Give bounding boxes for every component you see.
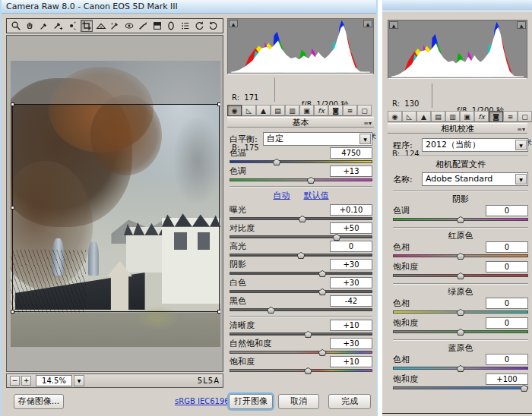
preferences-tool-icon[interactable] xyxy=(179,20,192,32)
zoom-out-button[interactable]: − xyxy=(10,376,20,386)
crop-handle-bottom-right[interactable] xyxy=(217,310,220,314)
hand-tool-icon[interactable] xyxy=(24,20,37,32)
tab-snapshots[interactable]: ▢ xyxy=(518,111,532,122)
shadow-clip-warning-icon[interactable]: ▲ xyxy=(229,20,238,27)
tab-presets[interactable]: ≡ xyxy=(343,105,357,116)
highlight-clip-warning-icon[interactable]: ▲ xyxy=(517,21,526,29)
crop-handle-top-right[interactable] xyxy=(217,102,220,106)
save-image-button[interactable]: 存储图像... xyxy=(14,394,64,409)
tab-camera-calibration[interactable]: ◙ xyxy=(489,111,503,122)
tab-basic[interactable]: ◉ xyxy=(227,105,242,116)
blue-hue-value[interactable]: 0 xyxy=(486,354,528,365)
blue-saturation-track[interactable] xyxy=(393,386,528,389)
profile-name-select[interactable]: Adobe Standard ▼ xyxy=(422,172,528,186)
tab-basic[interactable]: ◉ xyxy=(388,111,402,122)
highlights-value[interactable]: 0 xyxy=(330,241,372,252)
saturation-value[interactable]: +10 xyxy=(330,356,372,367)
blacks-track[interactable] xyxy=(230,308,372,311)
exposure-value[interactable]: +0.10 xyxy=(330,204,372,216)
zoom-level-dropdown-arrow[interactable]: ▼ xyxy=(74,375,84,386)
auto-link[interactable]: 自动 xyxy=(274,190,290,201)
green-saturation-value[interactable]: 0 xyxy=(486,317,528,329)
panel-menu-icon[interactable]: ≡▾ xyxy=(517,124,525,134)
crop-handle-mid-left[interactable] xyxy=(11,206,14,210)
tab-lens-corrections[interactable]: ▣ xyxy=(299,105,314,116)
red-saturation-value[interactable]: 0 xyxy=(486,261,528,273)
adjustment-brush-tool-icon[interactable] xyxy=(137,20,150,32)
photo-preview[interactable] xyxy=(11,61,220,347)
tab-effects: fx xyxy=(314,105,328,116)
tab-hsl[interactable]: ▤ xyxy=(431,111,445,122)
white-balance-select[interactable]: 自定 ▼ xyxy=(263,132,372,146)
tab-camera-calibration[interactable]: ◙ xyxy=(328,105,343,116)
zoom-tool-icon[interactable] xyxy=(10,20,23,32)
crop-handle-top-left[interactable] xyxy=(11,102,14,106)
color-profile-link[interactable]: sRGB IEC61966 xyxy=(175,397,234,405)
dropdown-arrow-icon: ▼ xyxy=(515,140,527,150)
whites-track[interactable] xyxy=(230,290,372,293)
temperature-value[interactable]: 4750 xyxy=(330,147,372,159)
open-image-button[interactable]: 打开图像 xyxy=(229,394,273,409)
shadows-track[interactable] xyxy=(230,272,372,275)
slider-highlights: 高光0 xyxy=(230,241,372,259)
cancel-button[interactable]: 取消 xyxy=(278,394,319,409)
clarity-track[interactable] xyxy=(230,332,372,336)
tab-detail[interactable]: ▲ xyxy=(256,105,271,116)
panel-menu-icon[interactable]: ≡▾ xyxy=(363,118,372,128)
spot-removal-tool-icon[interactable] xyxy=(109,20,122,32)
crop-rect[interactable] xyxy=(12,104,220,312)
right-window-titlebar[interactable] xyxy=(382,0,532,11)
clarity-value[interactable]: +10 xyxy=(330,320,372,331)
vibrance-value[interactable]: +30 xyxy=(330,338,372,349)
crop-handle-bottom-left[interactable] xyxy=(11,310,14,314)
tint-value[interactable]: +13 xyxy=(330,165,372,177)
tab-tone-curve[interactable]: ◺ xyxy=(242,105,256,116)
color-sampler-tool-icon[interactable] xyxy=(52,20,65,32)
rotate-right-icon[interactable] xyxy=(207,20,220,32)
tab-presets[interactable]: ≡ xyxy=(503,111,518,122)
straighten-tool-icon[interactable] xyxy=(94,20,107,32)
red-eye-tool-icon[interactable] xyxy=(122,20,135,32)
tab-tone-curve[interactable]: ◺ xyxy=(402,111,416,122)
tab-split-toning[interactable]: ▥ xyxy=(445,111,460,122)
zoom-level-value[interactable]: 14.5% xyxy=(36,375,72,386)
slider-exposure: 曝光+0.10 xyxy=(230,204,372,222)
rotate-left-icon[interactable] xyxy=(193,20,206,32)
green-hue-value[interactable]: 0 xyxy=(486,298,528,309)
targeted-adjustment-tool-icon[interactable] xyxy=(66,20,79,32)
tab-hsl[interactable]: ▤ xyxy=(271,105,285,116)
whites-value[interactable]: +30 xyxy=(330,277,372,288)
tint-track[interactable] xyxy=(230,178,372,181)
contrast-value[interactable]: +50 xyxy=(330,222,372,234)
exif-readout-right: R: 130 G: 129 B: 124 f/8 1/200 秒 ISO 100… xyxy=(388,82,527,109)
done-button[interactable]: 完成 xyxy=(328,394,371,409)
status-bar: − + 14.5% ▼ 5L5A xyxy=(6,373,223,388)
saturation-track[interactable] xyxy=(230,369,372,372)
crop-tool-icon[interactable] xyxy=(81,20,93,32)
tab-detail[interactable]: ▲ xyxy=(416,111,431,122)
graduated-filter-tool-icon[interactable] xyxy=(150,20,163,32)
temperature-track[interactable] xyxy=(230,160,372,163)
radial-filter-tool-icon[interactable] xyxy=(165,20,178,32)
zoom-in-button[interactable]: + xyxy=(21,376,31,386)
vibrance-track[interactable] xyxy=(230,351,372,354)
tab-split-toning[interactable]: ▥ xyxy=(285,105,299,116)
slider-blue-saturation: 饱和度+100 xyxy=(393,373,528,393)
image-preview-canvas[interactable] xyxy=(6,35,223,372)
white-balance-tool-icon[interactable] xyxy=(38,20,51,32)
cal-shadow-tint-value[interactable]: 0 xyxy=(486,205,528,216)
red-hue-value[interactable]: 0 xyxy=(486,241,528,253)
blue-saturation-value[interactable]: +100 xyxy=(486,373,528,385)
contrast-track[interactable] xyxy=(230,235,372,238)
panel-title: 基本 xyxy=(293,118,309,128)
shadows-value[interactable]: +30 xyxy=(330,259,372,270)
white-balance-row: 白平衡: 自定 ▼ xyxy=(230,131,372,147)
tab-snapshots[interactable]: ▢ xyxy=(357,105,372,116)
shadow-clip-warning-icon[interactable]: ▲ xyxy=(389,21,398,29)
process-select[interactable]: 2012（当前） ▼ xyxy=(422,138,528,152)
default-link[interactable]: 默认值 xyxy=(304,190,329,201)
tab-lens-corrections[interactable]: ▣ xyxy=(460,111,474,122)
blacks-value[interactable]: -42 xyxy=(330,295,372,307)
highlight-clip-warning-icon[interactable]: ▲ xyxy=(363,20,372,27)
window-titlebar[interactable]: Camera Raw 8.0 - Canon EOS 5D Mark III xyxy=(2,0,376,14)
